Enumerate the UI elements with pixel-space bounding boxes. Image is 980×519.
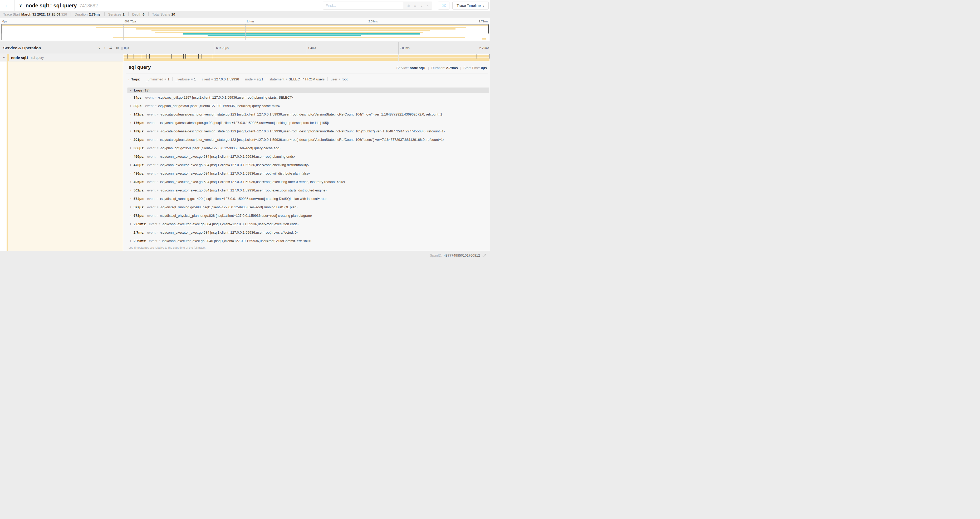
log-row[interactable]: ›201μs:event=‹sql/catalog/lease/descript… — [130, 135, 488, 144]
log-row[interactable]: ›486μs:event=‹sql/conn_executor_exec.go:… — [130, 169, 488, 177]
tag-key: user — [331, 77, 337, 81]
span-name-cell[interactable]: ∨ node sql1 sql query — [0, 54, 123, 61]
trace-meta-item: Trace StartMarch 31 2022, 17:25:09.326 — [3, 13, 71, 16]
tag-value: root — [342, 77, 347, 81]
log-row[interactable]: ›34μs:event=‹sql/exec_util.go:2297 [nsql… — [130, 93, 488, 102]
trace-collapse-toggle[interactable]: ∨ — [19, 0, 22, 11]
log-timestamp: 495μs: — [134, 180, 144, 184]
log-row[interactable]: ›597μs:event=‹sql/distsql_running.go:498… — [130, 203, 488, 211]
find-next-icon[interactable]: ∨ — [420, 4, 423, 8]
minimap-right-drag-handle[interactable] — [488, 24, 489, 34]
meta-value: 6 — [143, 13, 144, 16]
chevron-right-icon: › — [130, 214, 131, 217]
find-prev-icon[interactable]: ∧ — [414, 4, 416, 8]
tags-row[interactable]: › Tags: _unfinished=1_verbose=1client=12… — [128, 76, 488, 83]
minimap-span-bar — [208, 35, 361, 36]
log-message: ‹sql/conn_executor_exec.go:684 [nsql1,cl… — [160, 188, 326, 192]
tag-item: client=127.0.0.1:59936 — [199, 77, 242, 81]
minimap-canvas[interactable] — [1, 24, 489, 40]
chevron-right-icon: › — [130, 180, 131, 184]
equals-sign: = — [157, 188, 158, 192]
minimap-span-bar — [113, 37, 466, 38]
keyboard-shortcuts-button[interactable]: ⌘ — [438, 2, 449, 10]
log-message: ‹sql/conn_executor_exec.go:684 [nsql1,cl… — [160, 155, 295, 158]
log-row[interactable]: ›2.79ms:event=‹sql/conn_executor_exec.go… — [130, 236, 488, 245]
log-row[interactable]: ›176μs:event=‹sql/catalog/descs/descript… — [130, 118, 488, 127]
trace-id: 7418682 — [79, 3, 98, 9]
timeline-tick-label: 0μs — [124, 42, 129, 54]
log-message: ‹sql/catalog/lease/descriptor_version_st… — [160, 112, 443, 116]
equals-sign: = — [159, 239, 160, 242]
tag-value: 127.0.0.1:59936 — [214, 77, 239, 81]
log-field-key: event — [149, 239, 157, 243]
trace-meta-item: Duration2.79ms — [71, 13, 104, 16]
link-icon[interactable] — [482, 253, 486, 257]
chevron-down-icon: ∨ — [3, 56, 5, 59]
log-row[interactable]: ›366μs:event=‹sql/plan_opt.go:358 [nsql1… — [130, 144, 488, 152]
find-group: ◎ ∧ ∨ × — [323, 2, 432, 10]
log-message: ‹sql/catalog/lease/descriptor_version_st… — [160, 138, 444, 142]
log-field-key: event — [147, 146, 156, 150]
tag-item: _verbose=1 — [172, 77, 199, 81]
log-event-marker — [146, 54, 146, 59]
log-timestamp: 366μs: — [134, 146, 144, 150]
collapse-all-icon[interactable]: ⇊ — [109, 46, 112, 50]
log-row[interactable]: ›80μs:event=‹sql/plan_opt.go:358 [nsql1,… — [130, 102, 488, 110]
trace-minimap: 0μs697.75μs1.4ms2.09ms2.79ms — [0, 18, 490, 41]
chevron-right-icon: › — [130, 239, 131, 243]
span-service-name: node sql1 — [11, 56, 28, 60]
log-row[interactable]: ›574μs:event=‹sql/distsql_running.go:142… — [130, 194, 488, 203]
timeline-tick-label: 2.09ms — [399, 42, 410, 54]
collapse-one-icon[interactable]: ∨ — [98, 46, 101, 50]
tag-item: _unfinished=1 — [143, 77, 172, 81]
log-field-key: event — [147, 188, 156, 192]
timeline-gridline — [123, 24, 124, 40]
trace-view-dropdown[interactable]: Trace Timeline ∨ — [452, 2, 489, 10]
find-input[interactable] — [323, 2, 403, 9]
log-timestamp: 2.69ms: — [134, 222, 146, 226]
start-time-label: Start Time: — [463, 66, 480, 70]
log-row[interactable]: ›2.7ms:event=‹sql/conn_executor_exec.go:… — [130, 228, 488, 236]
logs-section-header[interactable]: ∨ Logs (18) — [127, 88, 489, 93]
equals-sign: = — [157, 214, 158, 217]
log-event-marker — [127, 54, 128, 59]
trace-page-header: ← ∨ node sql1: sql query 7418682 ◎ ∧ ∨ ×… — [0, 0, 490, 11]
trace-meta-item: Depth6 — [128, 13, 148, 16]
log-row[interactable]: ›189μs:event=‹sql/catalog/lease/descript… — [130, 127, 488, 135]
log-row[interactable]: ›678μs:event=‹sql/distsql_physical_plann… — [130, 211, 488, 220]
log-event-marker — [198, 54, 199, 59]
equals-sign: = — [157, 197, 158, 200]
log-timestamp: 486μs: — [134, 171, 144, 176]
expand-all-icon[interactable]: ≫ — [116, 46, 119, 50]
logs-footnote: Log timestamps are relative to the start… — [129, 246, 205, 249]
log-row[interactable]: ›476μs:event=‹sql/conn_executor_exec.go:… — [130, 161, 488, 169]
duration-label: Duration: — [431, 66, 445, 70]
log-row[interactable]: ›142μs:event=‹sql/catalog/lease/descript… — [130, 110, 488, 118]
log-row[interactable]: ›2.69ms:event=‹sql/conn_executor_exec.go… — [130, 220, 488, 228]
back-button[interactable]: ← — [0, 0, 14, 11]
log-message: ‹sql/catalog/lease/descriptor_version_st… — [160, 129, 445, 133]
log-timestamp: 459μs: — [134, 155, 144, 158]
log-row[interactable]: ›459μs:event=‹sql/conn_executor_exec.go:… — [130, 152, 488, 161]
timeline-gridline — [398, 54, 399, 61]
minimap-span-bar — [155, 32, 423, 33]
minimap-left-drag-handle[interactable] — [2, 24, 2, 34]
locate-icon[interactable]: ◎ — [407, 4, 410, 8]
meta-label: Services — [108, 13, 121, 16]
span-detail-row: sql query Service: node sql1|Duration: 2… — [0, 61, 490, 251]
log-timestamp: 80μs: — [134, 104, 143, 108]
log-row[interactable]: ›495μs:event=‹sql/conn_executor_exec.go:… — [130, 177, 488, 186]
equals-sign: = — [286, 78, 287, 81]
timeline-tick-label: 1.4ms — [308, 42, 316, 54]
minimap-span-bar — [183, 33, 420, 35]
span-operation-name: sql query — [31, 56, 44, 60]
find-clear-icon[interactable]: × — [426, 4, 429, 8]
log-timestamp: 574μs: — [134, 197, 144, 201]
meta-value-suffix: .326 — [60, 13, 67, 16]
span-duration-bar[interactable] — [124, 55, 489, 57]
expand-one-icon[interactable]: › — [104, 46, 105, 50]
timeline-gridline — [307, 54, 307, 61]
log-row[interactable]: ›502μs:event=‹sql/conn_executor_exec.go:… — [130, 186, 488, 194]
log-field-key: event — [147, 121, 156, 125]
log-timestamp: 34μs: — [134, 96, 143, 99]
